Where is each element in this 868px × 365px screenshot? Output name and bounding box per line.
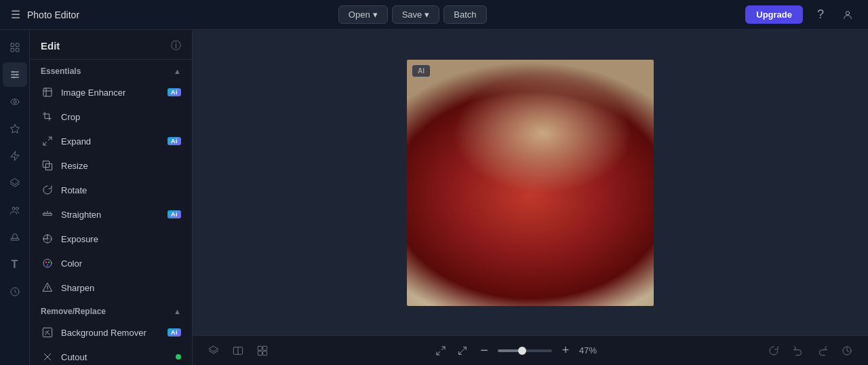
background-remover-ai-badge: Ai [167, 328, 181, 337]
tool-background-remover[interactable]: Background Remover Ai [30, 320, 192, 345]
svg-point-11 [11, 99, 19, 104]
exposure-label: Exposure [61, 234, 181, 244]
sidebar-icon-layers[interactable] [3, 171, 27, 195]
sidebar-icon-eye[interactable] [3, 90, 27, 114]
canvas-viewport: AI [193, 30, 868, 335]
tool-cutout[interactable]: Cutout [30, 345, 192, 365]
cutout-active-dot [176, 354, 181, 360]
menu-icon[interactable]: ☰ [11, 8, 20, 21]
svg-point-32 [48, 261, 50, 263]
tool-exposure[interactable]: Exposure [30, 227, 192, 251]
compare-icon-btn[interactable] [228, 341, 248, 361]
svg-rect-23 [43, 161, 49, 167]
background-remover-icon [41, 326, 54, 339]
svg-rect-2 [16, 43, 19, 47]
color-icon [41, 256, 54, 270]
canvas-image-wrapper: AI [407, 60, 654, 306]
tool-resize[interactable]: Resize [30, 153, 192, 178]
open-button[interactable]: Open ▾ [338, 5, 388, 24]
svg-point-30 [43, 259, 52, 267]
expand-label: Expand [61, 136, 161, 147]
sidebar-icon-star[interactable] [3, 117, 27, 141]
svg-point-0 [846, 11, 849, 14]
icon-sidebar: T [0, 30, 30, 365]
color-label: Color [61, 258, 181, 269]
tools-scroll: Essentials ▲ Image Enhancer Ai Crop [30, 60, 192, 365]
image-enhancer-icon [41, 85, 54, 99]
svg-rect-48 [258, 351, 262, 355]
svg-marker-13 [10, 124, 19, 133]
svg-rect-46 [258, 346, 262, 350]
resize-label: Resize [61, 161, 181, 171]
help-icon[interactable]: ? [811, 5, 830, 24]
bottom-bar: − + 47% [193, 335, 868, 365]
tool-image-enhancer[interactable]: Image Enhancer Ai [30, 80, 192, 104]
canvas-image[interactable]: AI [407, 60, 654, 306]
sidebar-icon-sliders[interactable] [3, 62, 27, 87]
panel-title: Edit [41, 40, 60, 52]
rotate-label: Rotate [61, 185, 181, 195]
rotate-icon [41, 183, 54, 197]
svg-marker-14 [11, 151, 19, 160]
svg-rect-3 [11, 48, 14, 52]
remove-replace-chevron-icon: ▲ [174, 307, 181, 315]
refresh-icon-btn[interactable] [764, 341, 784, 361]
svg-point-10 [13, 77, 15, 79]
svg-rect-49 [263, 351, 267, 355]
sidebar-icon-text[interactable]: T [3, 252, 27, 277]
svg-rect-47 [263, 346, 267, 350]
tool-expand[interactable]: Expand Ai [30, 129, 192, 153]
resize-icon [41, 159, 54, 172]
sidebar-icon-users[interactable] [3, 198, 27, 223]
svg-rect-20 [43, 88, 52, 96]
svg-line-51 [437, 351, 440, 355]
history-icon-btn[interactable] [837, 341, 857, 361]
cutout-label: Cutout [61, 352, 169, 362]
sidebar-icon-stamp[interactable] [3, 225, 27, 250]
zoom-out-btn[interactable]: − [476, 343, 492, 359]
svg-line-53 [463, 347, 467, 350]
user-icon[interactable] [838, 5, 857, 24]
fullscreen-icon-btn[interactable] [433, 343, 449, 359]
layers-icon-btn[interactable] [203, 341, 224, 361]
svg-rect-1 [11, 43, 14, 47]
background-remover-label: Background Remover [61, 328, 161, 338]
crop-icon [41, 110, 54, 123]
essentials-chevron-icon: ▲ [174, 67, 181, 75]
fit-icon-btn[interactable] [454, 343, 471, 359]
svg-point-12 [14, 100, 16, 103]
zoom-slider[interactable] [498, 349, 552, 352]
sharpen-label: Sharpen [61, 283, 181, 293]
svg-line-50 [441, 347, 445, 350]
grid-icon-btn[interactable] [252, 341, 273, 361]
tool-crop[interactable]: Crop [30, 104, 192, 129]
svg-marker-43 [209, 346, 218, 351]
bottom-right [764, 341, 857, 361]
redo-icon-btn[interactable] [812, 341, 833, 361]
tool-color[interactable]: Color [30, 251, 192, 275]
image-enhancer-ai-badge: Ai [167, 88, 181, 96]
sidebar-icon-badge[interactable] [3, 280, 27, 304]
ai-corner-badge: AI [412, 65, 430, 77]
sidebar-icon-grid[interactable] [3, 35, 27, 60]
bottom-center: − + 47% [433, 343, 604, 359]
zoom-in-btn[interactable]: + [557, 343, 574, 359]
section-remove-replace-header[interactable]: Remove/Replace ▲ [30, 300, 192, 320]
tool-straighten[interactable]: Straighten Ai [30, 202, 192, 227]
section-essentials-header[interactable]: Essentials ▲ [30, 60, 192, 80]
undo-icon-btn[interactable] [788, 341, 808, 361]
upgrade-button[interactable]: Upgrade [745, 5, 803, 24]
topbar: ☰ Photo Editor Open ▾ Save ▾ Batch Upgra… [0, 0, 868, 30]
tool-rotate[interactable]: Rotate [30, 178, 192, 202]
batch-button[interactable]: Batch [443, 5, 486, 24]
crop-label: Crop [61, 112, 181, 122]
expand-icon [41, 134, 54, 148]
expand-ai-badge: Ai [167, 137, 181, 145]
sidebar-icon-lightning[interactable] [3, 144, 27, 168]
zoom-percentage: 47% [579, 345, 604, 356]
save-button[interactable]: Save ▾ [392, 5, 440, 24]
tool-sharpen[interactable]: Sharpen [30, 275, 192, 300]
svg-point-17 [16, 207, 18, 210]
info-icon[interactable]: ⓘ [171, 39, 181, 52]
image-enhancer-label: Image Enhancer [61, 88, 161, 98]
